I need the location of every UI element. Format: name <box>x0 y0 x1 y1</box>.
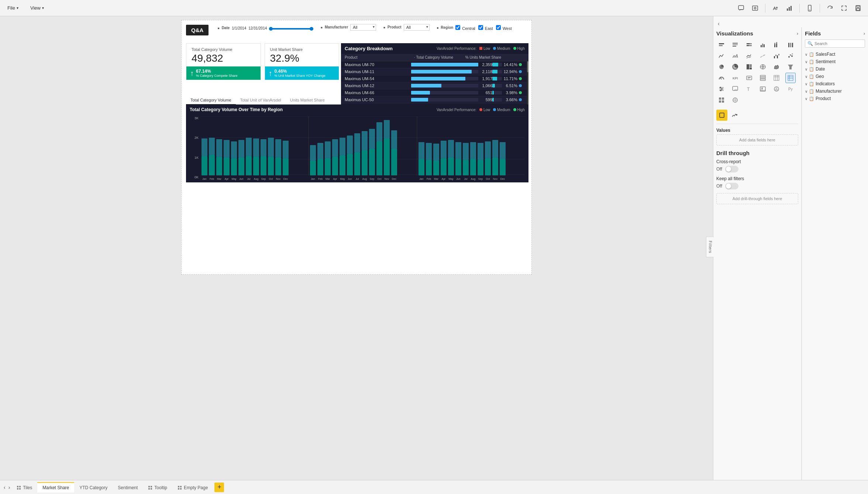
svg-rect-136 <box>747 43 750 44</box>
svg-line-167 <box>720 78 721 79</box>
funnel-icon[interactable] <box>785 62 796 72</box>
svg-point-187 <box>721 88 723 90</box>
kpi2-badge: ↑ 0.46% % Unit Market Share YOY Change <box>265 66 339 80</box>
line-icon[interactable] <box>716 51 727 61</box>
line-stacked-icon[interactable] <box>744 51 754 61</box>
field-manufacturer[interactable]: ∨ 📋 Manufacturer <box>805 88 865 95</box>
sub-tab-total-unit[interactable]: Total Unit of VanArsdel <box>236 96 286 105</box>
reading-view-icon-button[interactable] <box>750 3 761 13</box>
qanda-icon[interactable] <box>730 84 740 94</box>
card-icon[interactable] <box>744 73 754 83</box>
svg-text:Mar: Mar <box>217 178 222 180</box>
area-icon[interactable] <box>730 51 740 61</box>
svg-rect-38 <box>275 139 281 158</box>
svg-rect-179 <box>788 75 793 80</box>
shapes-icon[interactable] <box>771 84 782 94</box>
map-icon[interactable] <box>758 62 768 72</box>
date-slider-left[interactable] <box>269 27 273 31</box>
multi-row-card-icon[interactable] <box>758 73 768 83</box>
svg-rect-1 <box>752 6 758 10</box>
python-icon[interactable]: Py <box>785 84 796 94</box>
svg-rect-41 <box>310 161 316 175</box>
svg-rect-208 <box>17 488 18 490</box>
format-active-btn[interactable] <box>716 110 727 121</box>
cross-report-toggle[interactable] <box>725 166 738 172</box>
format-icon-button[interactable] <box>770 3 781 13</box>
slicer-icon[interactable] <box>716 84 727 94</box>
region-east[interactable]: East <box>478 25 493 31</box>
date-slider-right[interactable] <box>310 27 313 31</box>
ribbon-icon[interactable] <box>758 51 768 61</box>
fields-search-input[interactable] <box>814 41 865 46</box>
view-menu-button[interactable]: View ▾ <box>27 4 47 12</box>
sub-tab-total-category[interactable]: Total Category Volume <box>186 96 236 105</box>
region-west[interactable]: West <box>496 25 512 31</box>
add-drill-fields-box[interactable]: Add drill-through fields here <box>716 193 798 204</box>
viz-expand-arrow[interactable]: › <box>797 31 798 36</box>
pct-col-icon[interactable] <box>785 40 796 50</box>
textbox-icon[interactable]: T <box>744 84 754 94</box>
pie-icon[interactable] <box>716 62 727 72</box>
mobile-icon-button[interactable] <box>804 3 815 13</box>
image-icon[interactable] <box>758 84 768 94</box>
waterfall-icon[interactable] <box>771 51 782 61</box>
comment-icon-button[interactable] <box>736 3 747 13</box>
svg-rect-10 <box>857 8 860 10</box>
donut-icon[interactable] <box>730 62 740 72</box>
svg-text:Aug: Aug <box>254 178 259 181</box>
pct-bar-icon[interactable] <box>744 40 754 50</box>
fields-expand-arrow[interactable]: › <box>864 31 865 36</box>
svg-rect-0 <box>738 6 744 10</box>
add-data-fields-box[interactable]: Add data fields here <box>716 134 798 145</box>
save-icon-button[interactable] <box>852 3 864 13</box>
tab-nav-prev-button[interactable]: ‹ <box>2 484 7 490</box>
field-sentiment[interactable]: ∨ 📋 Sentiment <box>805 58 865 65</box>
clustered-bar-icon[interactable] <box>730 40 740 50</box>
tab-tooltip[interactable]: Tooltip <box>143 482 172 493</box>
field-product[interactable]: ∨ 📋 Product <box>805 95 865 102</box>
product-select[interactable]: All <box>404 24 430 31</box>
stacked-bar-icon[interactable] <box>716 40 727 50</box>
qa-widget[interactable]: Q&A <box>186 25 209 35</box>
scatter-icon[interactable] <box>785 51 796 61</box>
fullscreen-icon-button[interactable] <box>838 3 850 13</box>
tab-nav-next-button[interactable]: › <box>7 484 12 490</box>
table-icon-geo: 📋 <box>809 74 814 79</box>
tab-sentiment[interactable]: Sentiment <box>113 482 143 493</box>
custom-viz-icon[interactable] <box>730 95 740 105</box>
tab-market-share[interactable]: Market Share <box>37 482 74 493</box>
tab-empty-page[interactable]: Empty Page <box>172 482 213 493</box>
region-central[interactable]: Central <box>455 25 475 31</box>
svg-rect-139 <box>749 45 752 46</box>
table-icon[interactable] <box>771 73 782 83</box>
gauge-icon[interactable] <box>716 73 727 83</box>
analytics-btn[interactable] <box>729 110 740 121</box>
filled-map-icon[interactable] <box>771 62 782 72</box>
refresh-icon-button[interactable] <box>824 3 836 13</box>
toolbar-icons <box>736 3 864 13</box>
svg-rect-29 <box>246 156 252 175</box>
field-indicators[interactable]: ∨ 📋 Indicators <box>805 80 865 88</box>
manufacturer-select[interactable]: All <box>350 24 376 31</box>
svg-rect-28 <box>238 140 244 158</box>
field-date[interactable]: ∨ 📋 Date <box>805 65 865 73</box>
panel-collapse-button[interactable]: ‹ <box>717 20 720 27</box>
field-geo[interactable]: ∨ 📋 Geo <box>805 73 865 80</box>
stacked-col-icon[interactable] <box>771 40 782 50</box>
tab-ytd-category[interactable]: YTD Category <box>74 482 113 493</box>
visual-icon-button[interactable] <box>784 3 795 13</box>
filters-tab[interactable]: Filters <box>713 237 714 257</box>
build-icon[interactable] <box>716 95 727 105</box>
col-chart-icon[interactable] <box>758 40 768 50</box>
field-salesfact[interactable]: ∨ 📋 SalesFact <box>805 51 865 58</box>
keep-filters-toggle[interactable] <box>725 183 738 189</box>
add-page-button[interactable]: + <box>214 483 224 492</box>
matrix-icon[interactable] <box>785 73 796 83</box>
file-menu-button[interactable]: File ▾ <box>4 4 21 12</box>
tab-tiles[interactable]: Tiles <box>11 482 37 493</box>
kpi-icon[interactable]: KPI <box>730 73 740 83</box>
viz-icons-grid: KPI <box>716 40 798 105</box>
treemap-icon[interactable] <box>744 62 754 72</box>
svg-rect-49 <box>340 155 345 175</box>
sub-tab-units-market[interactable]: Units Market Share <box>286 96 329 105</box>
